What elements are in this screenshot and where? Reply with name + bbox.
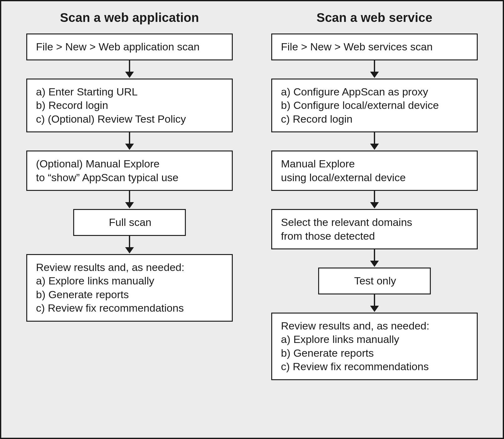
right-step2c: c) Record login bbox=[281, 112, 469, 126]
right-column: Scan a web service File > New > Web serv… bbox=[265, 11, 484, 428]
arrow-icon bbox=[370, 191, 379, 209]
left-title: Scan a web application bbox=[60, 11, 199, 25]
arrow-icon bbox=[125, 191, 134, 209]
right-step3a: Manual Explore bbox=[281, 157, 469, 171]
arrow-icon bbox=[125, 236, 134, 254]
left-step3b: to “show” AppScan typical use bbox=[36, 171, 224, 185]
arrow-icon bbox=[370, 294, 379, 313]
right-step6b: a) Explore links manually bbox=[281, 333, 469, 346]
left-step2c: c) (Optional) Review Test Policy bbox=[36, 112, 224, 126]
right-step5-text: Test only bbox=[354, 275, 396, 287]
right-step5-node: Test only bbox=[318, 268, 431, 294]
left-step2b: b) Record login bbox=[36, 99, 224, 112]
left-step2-node: a) Enter Starting URL b) Record login c)… bbox=[26, 79, 233, 133]
left-step1-text: File > New > Web application scan bbox=[36, 41, 200, 53]
left-step5b: a) Explore links manually bbox=[36, 274, 224, 288]
left-step3-node: (Optional) Manual Explore to “show” AppS… bbox=[26, 151, 233, 191]
right-step2-node: a) Configure AppScan as proxy b) Configu… bbox=[271, 79, 478, 133]
right-step4b: from those detected bbox=[281, 229, 469, 243]
arrow-icon bbox=[370, 249, 379, 268]
right-step2b: b) Configure local/external device bbox=[281, 99, 469, 112]
left-step4-text: Full scan bbox=[109, 216, 151, 228]
left-step4-node: Full scan bbox=[73, 209, 186, 236]
left-step5d: c) Review fix recommendations bbox=[36, 301, 224, 315]
right-step6c: b) Generate reports bbox=[281, 346, 469, 360]
right-step6d: c) Review fix recommendations bbox=[281, 360, 469, 374]
left-step1-node: File > New > Web application scan bbox=[26, 33, 233, 60]
left-step5a: Review results and, as needed: bbox=[36, 261, 224, 274]
left-column: Scan a web application File > New > Web … bbox=[20, 11, 239, 428]
right-title: Scan a web service bbox=[317, 11, 433, 25]
left-step5c: b) Generate reports bbox=[36, 288, 224, 302]
right-step3b: using local/external device bbox=[281, 171, 469, 185]
right-step4-node: Select the relevant domains from those d… bbox=[271, 209, 478, 249]
arrow-icon bbox=[125, 132, 134, 151]
left-step2a: a) Enter Starting URL bbox=[36, 85, 224, 99]
right-step1-text: File > New > Web services scan bbox=[281, 41, 433, 53]
right-step2a: a) Configure AppScan as proxy bbox=[281, 85, 469, 99]
right-step6a: Review results and, as needed: bbox=[281, 319, 469, 333]
right-step4a: Select the relevant domains bbox=[281, 216, 469, 229]
right-step1-node: File > New > Web services scan bbox=[271, 33, 478, 60]
left-step3a: (Optional) Manual Explore bbox=[36, 157, 224, 171]
left-step5-node: Review results and, as needed: a) Explor… bbox=[26, 254, 233, 322]
diagram-frame: Scan a web application File > New > Web … bbox=[0, 0, 504, 439]
diagram-columns: Scan a web application File > New > Web … bbox=[1, 1, 503, 438]
right-step6-node: Review results and, as needed: a) Explor… bbox=[271, 313, 478, 380]
right-step3-node: Manual Explore using local/external devi… bbox=[271, 151, 478, 191]
arrow-icon bbox=[370, 60, 379, 79]
arrow-icon bbox=[125, 60, 134, 79]
arrow-icon bbox=[370, 132, 379, 151]
